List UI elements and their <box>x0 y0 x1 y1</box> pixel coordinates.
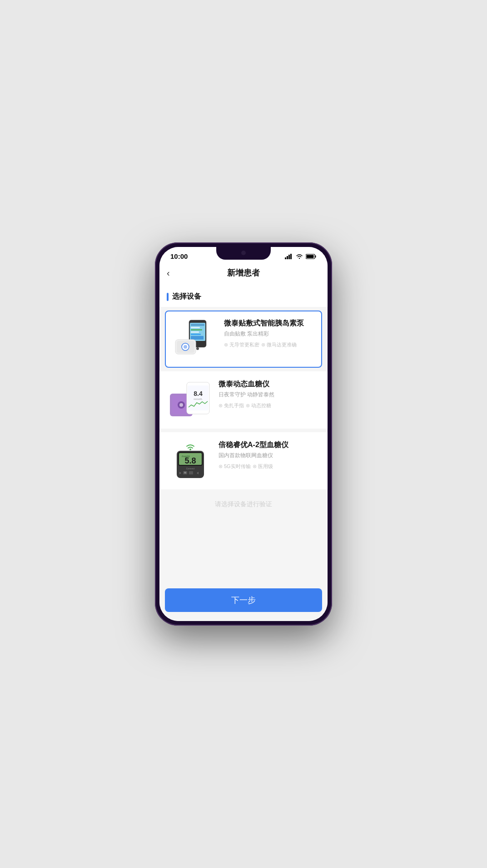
page-title: 新增患者 <box>227 267 260 278</box>
bottom-area: 下一步 <box>159 585 328 621</box>
glucometer-info: 倍稳睿优A-2型血糖仪 国内首款物联网血糖仪 5G实时传输 医用级 <box>219 440 319 470</box>
back-button[interactable]: ‹ <box>167 268 170 278</box>
svg-rect-3 <box>290 254 292 259</box>
svg-rect-1 <box>287 256 288 259</box>
page-header: ‹ 新增患者 <box>159 263 328 285</box>
pump-features: 无导管更私密 微马达更准确 <box>224 341 314 348</box>
section-title: 选择设备 <box>167 292 320 301</box>
svg-rect-10 <box>191 324 204 326</box>
device-card-pump[interactable]: 微泰贴敷式智能胰岛素泵 自由贴敷 泵出精彩 无导管更私密 微马达更准确 <box>165 311 322 368</box>
phone-screen: 10:00 <box>159 247 328 621</box>
section-title-wrap: 选择设备 <box>159 285 328 307</box>
glucometer-feature-2: 医用级 <box>253 463 273 470</box>
svg-rect-40 <box>189 471 193 474</box>
battery-icon <box>306 254 317 259</box>
pump-info: 微泰贴敷式智能胰岛素泵 自由贴敷 泵出精彩 无导管更私密 微马达更准确 <box>224 319 314 348</box>
glucometer-image: Insight 5.8 Connect M <box>168 440 213 481</box>
svg-rect-6 <box>315 255 316 257</box>
pump-name: 微泰贴敷式智能胰岛素泵 <box>224 319 314 328</box>
svg-point-20 <box>184 345 187 349</box>
verify-hint: 请选择设备进行验证 <box>159 493 328 516</box>
cgm-feature-2: 动态控糖 <box>246 402 271 409</box>
status-time: 10:00 <box>170 252 188 260</box>
cgm-svg: 8.4 mmol/L <box>168 380 213 420</box>
content-area: 选择设备 <box>159 285 328 585</box>
svg-rect-14 <box>191 334 201 335</box>
glucometer-slogan: 国内首款物联网血糖仪 <box>219 452 319 459</box>
svg-rect-12 <box>191 329 202 330</box>
cgm-name: 微泰动态血糖仪 <box>219 380 319 389</box>
pump-feature-1: 无导管更私密 <box>224 341 259 348</box>
svg-text:5.8: 5.8 <box>184 456 196 465</box>
status-icons <box>285 254 317 259</box>
svg-rect-2 <box>288 255 290 259</box>
svg-point-29 <box>189 449 191 450</box>
device-card-cgm[interactable]: 8.4 mmol/L 微泰动态血糖仪 日夜常守护 动静皆泰然 免扎手指 动态 <box>159 371 328 429</box>
glucometer-feature-1: 5G实时传输 <box>219 463 251 470</box>
pump-slogan: 自由贴敷 泵出精彩 <box>224 330 314 338</box>
svg-point-16 <box>196 347 199 350</box>
svg-point-4 <box>299 257 300 258</box>
svg-text:Connect: Connect <box>186 467 195 470</box>
svg-rect-15 <box>191 336 204 340</box>
svg-rect-13 <box>191 331 199 333</box>
wifi-icon <box>296 254 303 259</box>
svg-point-28 <box>179 403 183 407</box>
signal-icon <box>285 254 293 259</box>
svg-text:M: M <box>184 471 186 474</box>
cgm-feature-1: 免扎手指 <box>219 402 244 409</box>
svg-text:8.4: 8.4 <box>194 390 203 397</box>
next-button[interactable]: 下一步 <box>165 588 322 612</box>
pump-feature-2: 微马达更准确 <box>261 341 297 348</box>
cgm-info: 微泰动态血糖仪 日夜常守护 动静皆泰然 免扎手指 动态控糖 <box>219 380 319 409</box>
svg-rect-11 <box>191 327 200 328</box>
notch <box>216 247 271 260</box>
glucometer-name: 倍稳睿优A-2型血糖仪 <box>219 440 319 450</box>
svg-rect-7 <box>307 255 314 258</box>
pump-svg <box>173 319 219 359</box>
cgm-features: 免扎手指 动态控糖 <box>219 402 319 409</box>
cgm-image: 8.4 mmol/L <box>168 380 213 420</box>
glucometer-features: 5G实时传输 医用级 <box>219 463 319 470</box>
cgm-slogan: 日夜常守护 动静皆泰然 <box>219 391 319 399</box>
glucometer-svg: Insight 5.8 Connect M <box>168 441 213 481</box>
svg-text:mmol/L: mmol/L <box>194 398 203 400</box>
pump-image <box>173 319 219 360</box>
device-card-glucometer[interactable]: Insight 5.8 Connect M <box>159 432 328 489</box>
camera <box>241 251 246 255</box>
svg-rect-0 <box>285 257 286 259</box>
phone-shell: 10:00 <box>155 242 332 626</box>
